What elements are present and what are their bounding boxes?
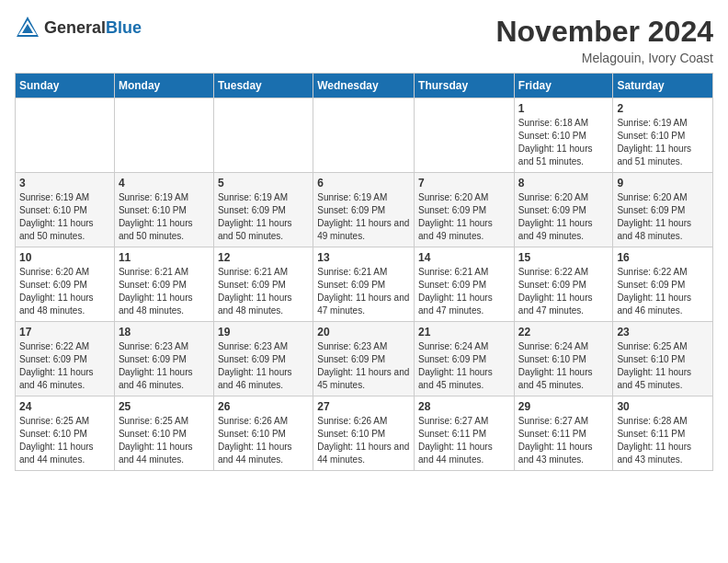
day-info: Sunrise: 6:22 AM Sunset: 6:09 PM Dayligh… [617, 266, 709, 317]
day-info: Sunrise: 6:21 AM Sunset: 6:09 PM Dayligh… [418, 266, 510, 317]
week-row-3: 17Sunrise: 6:22 AM Sunset: 6:09 PM Dayli… [16, 322, 713, 396]
day-number: 28 [418, 400, 510, 413]
logo-icon [15, 15, 40, 40]
day-info: Sunrise: 6:22 AM Sunset: 6:09 PM Dayligh… [19, 340, 110, 392]
day-number: 20 [317, 326, 410, 339]
calendar-cell: 25Sunrise: 6:25 AM Sunset: 6:10 PM Dayli… [114, 396, 213, 471]
logo: GeneralBlue [15, 15, 142, 40]
calendar-cell: 24Sunrise: 6:25 AM Sunset: 6:10 PM Dayli… [16, 396, 115, 471]
day-info: Sunrise: 6:20 AM Sunset: 6:09 PM Dayligh… [518, 191, 609, 243]
calendar-cell: 2Sunrise: 6:19 AM Sunset: 6:10 PM Daylig… [613, 98, 713, 173]
day-info: Sunrise: 6:21 AM Sunset: 6:09 PM Dayligh… [317, 266, 410, 317]
calendar-cell: 20Sunrise: 6:23 AM Sunset: 6:09 PM Dayli… [313, 322, 415, 396]
calendar-cell: 27Sunrise: 6:26 AM Sunset: 6:10 PM Dayli… [313, 396, 415, 471]
day-info: Sunrise: 6:25 AM Sunset: 6:10 PM Dayligh… [617, 340, 709, 392]
logo-general: General [44, 18, 106, 37]
day-number: 30 [617, 400, 709, 413]
day-info: Sunrise: 6:28 AM Sunset: 6:11 PM Dayligh… [617, 415, 709, 466]
calendar-cell: 13Sunrise: 6:21 AM Sunset: 6:09 PM Dayli… [313, 247, 415, 322]
day-info: Sunrise: 6:19 AM Sunset: 6:10 PM Dayligh… [617, 117, 709, 168]
day-number: 14 [418, 251, 510, 264]
day-header-tuesday: Tuesday [213, 74, 313, 98]
header: GeneralBlue November 2024 Melagouin, Ivo… [15, 15, 713, 65]
week-row-2: 10Sunrise: 6:20 AM Sunset: 6:09 PM Dayli… [16, 247, 713, 322]
calendar-cell: 4Sunrise: 6:19 AM Sunset: 6:10 PM Daylig… [114, 173, 213, 247]
calendar-cell: 9Sunrise: 6:20 AM Sunset: 6:09 PM Daylig… [613, 173, 713, 247]
day-info: Sunrise: 6:27 AM Sunset: 6:11 PM Dayligh… [518, 415, 609, 466]
day-header-wednesday: Wednesday [313, 74, 415, 98]
calendar-cell: 7Sunrise: 6:20 AM Sunset: 6:09 PM Daylig… [415, 173, 515, 247]
day-info: Sunrise: 6:25 AM Sunset: 6:10 PM Dayligh… [119, 415, 210, 466]
day-number: 26 [218, 400, 309, 413]
calendar-cell [114, 98, 213, 173]
calendar-cell: 5Sunrise: 6:19 AM Sunset: 6:09 PM Daylig… [213, 173, 313, 247]
day-info: Sunrise: 6:19 AM Sunset: 6:09 PM Dayligh… [317, 191, 410, 243]
calendar-cell: 30Sunrise: 6:28 AM Sunset: 6:11 PM Dayli… [613, 396, 713, 471]
calendar-body: 1Sunrise: 6:18 AM Sunset: 6:10 PM Daylig… [16, 98, 713, 471]
calendar-cell: 17Sunrise: 6:22 AM Sunset: 6:09 PM Dayli… [16, 322, 115, 396]
calendar-cell: 26Sunrise: 6:26 AM Sunset: 6:10 PM Dayli… [213, 396, 313, 471]
day-header-friday: Friday [514, 74, 613, 98]
day-info: Sunrise: 6:23 AM Sunset: 6:09 PM Dayligh… [119, 340, 210, 392]
day-number: 24 [19, 400, 110, 413]
day-header-sunday: Sunday [16, 74, 115, 98]
calendar-title: November 2024 [495, 15, 713, 49]
day-number: 4 [119, 177, 210, 190]
day-info: Sunrise: 6:22 AM Sunset: 6:09 PM Dayligh… [518, 266, 609, 317]
calendar-cell: 28Sunrise: 6:27 AM Sunset: 6:11 PM Dayli… [415, 396, 515, 471]
calendar-cell: 29Sunrise: 6:27 AM Sunset: 6:11 PM Dayli… [514, 396, 613, 471]
day-number: 10 [19, 251, 110, 264]
day-number: 29 [518, 400, 609, 413]
day-number: 25 [119, 400, 210, 413]
day-number: 16 [617, 251, 709, 264]
day-info: Sunrise: 6:24 AM Sunset: 6:10 PM Dayligh… [518, 340, 609, 392]
day-info: Sunrise: 6:19 AM Sunset: 6:10 PM Dayligh… [19, 191, 110, 243]
calendar-header-row: SundayMondayTuesdayWednesdayThursdayFrid… [16, 74, 713, 98]
day-number: 11 [119, 251, 210, 264]
day-info: Sunrise: 6:20 AM Sunset: 6:09 PM Dayligh… [617, 191, 709, 243]
day-number: 13 [317, 251, 410, 264]
calendar-cell: 10Sunrise: 6:20 AM Sunset: 6:09 PM Dayli… [16, 247, 115, 322]
day-info: Sunrise: 6:20 AM Sunset: 6:09 PM Dayligh… [19, 266, 110, 317]
day-number: 17 [19, 326, 110, 339]
calendar-cell: 1Sunrise: 6:18 AM Sunset: 6:10 PM Daylig… [514, 98, 613, 173]
day-number: 27 [317, 400, 410, 413]
day-number: 2 [617, 102, 709, 115]
day-number: 18 [119, 326, 210, 339]
calendar-cell: 16Sunrise: 6:22 AM Sunset: 6:09 PM Dayli… [613, 247, 713, 322]
day-number: 15 [518, 251, 609, 264]
week-row-1: 3Sunrise: 6:19 AM Sunset: 6:10 PM Daylig… [16, 173, 713, 247]
day-number: 5 [218, 177, 309, 190]
calendar-cell: 15Sunrise: 6:22 AM Sunset: 6:09 PM Dayli… [514, 247, 613, 322]
calendar-cell: 19Sunrise: 6:23 AM Sunset: 6:09 PM Dayli… [213, 322, 313, 396]
calendar-table: SundayMondayTuesdayWednesdayThursdayFrid… [15, 73, 713, 471]
day-info: Sunrise: 6:19 AM Sunset: 6:10 PM Dayligh… [119, 191, 210, 243]
calendar-cell: 6Sunrise: 6:19 AM Sunset: 6:09 PM Daylig… [313, 173, 415, 247]
day-number: 6 [317, 177, 410, 190]
day-number: 3 [19, 177, 110, 190]
day-info: Sunrise: 6:25 AM Sunset: 6:10 PM Dayligh… [19, 415, 110, 466]
calendar-cell: 23Sunrise: 6:25 AM Sunset: 6:10 PM Dayli… [613, 322, 713, 396]
calendar-cell: 3Sunrise: 6:19 AM Sunset: 6:10 PM Daylig… [16, 173, 115, 247]
day-info: Sunrise: 6:19 AM Sunset: 6:09 PM Dayligh… [218, 191, 309, 243]
day-info: Sunrise: 6:24 AM Sunset: 6:09 PM Dayligh… [418, 340, 510, 392]
day-number: 22 [518, 326, 609, 339]
day-header-saturday: Saturday [613, 74, 713, 98]
calendar-cell [16, 98, 115, 173]
day-header-monday: Monday [114, 74, 213, 98]
day-number: 9 [617, 177, 709, 190]
day-info: Sunrise: 6:26 AM Sunset: 6:10 PM Dayligh… [317, 415, 410, 466]
day-number: 7 [418, 177, 510, 190]
day-number: 8 [518, 177, 609, 190]
calendar-subtitle: Melagouin, Ivory Coast [495, 51, 713, 65]
day-number: 19 [218, 326, 309, 339]
day-info: Sunrise: 6:26 AM Sunset: 6:10 PM Dayligh… [218, 415, 309, 466]
week-row-4: 24Sunrise: 6:25 AM Sunset: 6:10 PM Dayli… [16, 396, 713, 471]
day-info: Sunrise: 6:23 AM Sunset: 6:09 PM Dayligh… [218, 340, 309, 392]
day-info: Sunrise: 6:23 AM Sunset: 6:09 PM Dayligh… [317, 340, 410, 392]
day-number: 1 [518, 102, 609, 115]
day-header-thursday: Thursday [415, 74, 515, 98]
day-info: Sunrise: 6:21 AM Sunset: 6:09 PM Dayligh… [218, 266, 309, 317]
calendar-cell: 22Sunrise: 6:24 AM Sunset: 6:10 PM Dayli… [514, 322, 613, 396]
day-info: Sunrise: 6:21 AM Sunset: 6:09 PM Dayligh… [119, 266, 210, 317]
